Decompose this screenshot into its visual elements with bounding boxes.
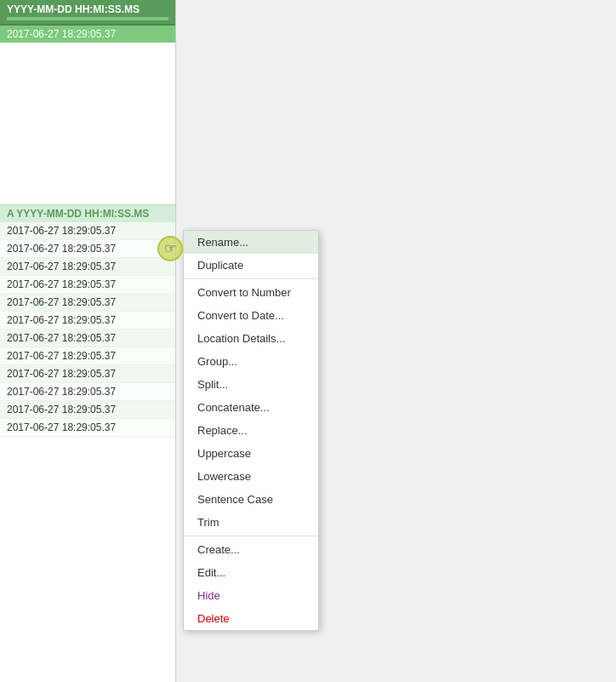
column-header-bar [7, 17, 168, 20]
empty-area [0, 43, 175, 204]
menu-item-create-[interactable]: Create... [184, 538, 318, 561]
table-row: 2017-06-27 18:29:05.37 [0, 383, 175, 401]
cursor-indicator: ☞ [157, 236, 183, 261]
column-header-label: YYYY-MM-DD HH:MI:SS.MS [7, 3, 140, 15]
table-row: 2017-06-27 18:29:05.37 [0, 222, 175, 240]
menu-item-replace-[interactable]: Replace... [184, 419, 318, 442]
menu-item-uppercase[interactable]: Uppercase [184, 442, 318, 465]
table-row: 2017-06-27 18:29:05.37 [0, 294, 175, 312]
column-label-row: A YYYY-MM-DD HH:MI:SS.MS [0, 204, 175, 222]
column-panel: YYYY-MM-DD HH:MI:SS.MS 2017-06-27 18:29:… [0, 0, 176, 682]
table-row: 2017-06-27 18:29:05.37 [0, 258, 175, 276]
column-header: YYYY-MM-DD HH:MI:SS.MS [0, 0, 175, 26]
cursor-hand-icon: ☞ [164, 242, 176, 255]
data-rows-container: 2017-06-27 18:29:05.372017-06-27 18:29:0… [0, 222, 175, 437]
table-row: 2017-06-27 18:29:05.37 [0, 240, 175, 258]
menu-item-trim[interactable]: Trim [184, 511, 318, 534]
table-row: 2017-06-27 18:29:05.37 [0, 330, 175, 347]
menu-item-delete[interactable]: Delete [184, 607, 318, 630]
menu-item-duplicate[interactable]: Duplicate [184, 254, 318, 277]
menu-item-hide[interactable]: Hide [184, 584, 318, 607]
context-menu: Rename...DuplicateConvert to NumberConve… [183, 230, 319, 631]
menu-item-group-[interactable]: Group... [184, 350, 318, 373]
menu-item-lowercase[interactable]: Lowercase [184, 465, 318, 488]
table-row: 2017-06-27 18:29:05.37 [0, 312, 175, 330]
menu-item-convert-to-date-[interactable]: Convert to Date... [184, 304, 318, 327]
menu-item-convert-to-number[interactable]: Convert to Number [184, 281, 318, 304]
menu-item-concatenate-[interactable]: Concatenate... [184, 396, 318, 419]
menu-item-edit-[interactable]: Edit... [184, 561, 318, 584]
menu-item-split-[interactable]: Split... [184, 373, 318, 396]
menu-item-sentence-case[interactable]: Sentence Case [184, 488, 318, 511]
sample-value-top: 2017-06-27 18:29:05.37 [0, 26, 175, 43]
menu-item-rename-[interactable]: Rename... [184, 231, 318, 254]
table-row: 2017-06-27 18:29:05.37 [0, 276, 175, 294]
table-row: 2017-06-27 18:29:05.37 [0, 365, 175, 383]
menu-item-location-details-[interactable]: Location Details... [184, 327, 318, 350]
table-row: 2017-06-27 18:29:05.37 [0, 419, 175, 437]
table-row: 2017-06-27 18:29:05.37 [0, 401, 175, 419]
menu-separator [184, 278, 318, 279]
menu-separator [184, 536, 318, 536]
table-row: 2017-06-27 18:29:05.37 [0, 347, 175, 365]
